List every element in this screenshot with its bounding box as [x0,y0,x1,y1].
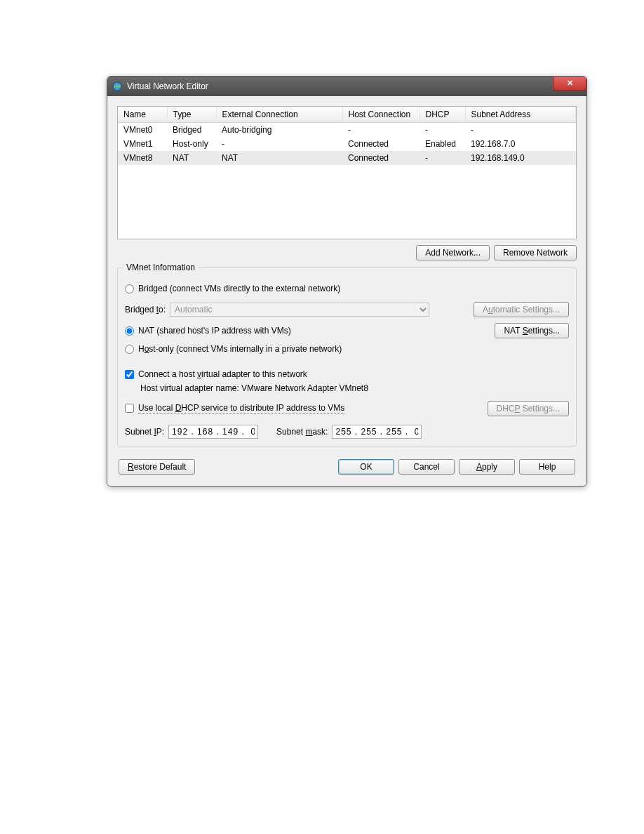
table-cell: - [216,137,342,151]
virtual-network-editor-window: Virtual Network Editor ✕ Name Type Exter… [107,76,587,486]
table-cell: 192.168.7.0 [465,137,576,151]
nat-radio[interactable] [125,326,134,336]
content-area: Name Type External Connection Host Conne… [107,96,586,486]
restore-default-button[interactable]: Restore Default [119,459,195,475]
table-cell: Connected [342,151,420,165]
table-cell: Enabled [420,137,465,151]
table-cell: NAT [216,151,342,165]
group-title: VMnet Information [123,263,198,272]
table-cell: Host-only [167,137,216,151]
table-cell: 192.168.149.0 [465,151,576,165]
dhcp-label: Use local DHCP service to distribute IP … [138,403,344,413]
table-row[interactable]: VMnet1Host-only-ConnectedEnabled192.168.… [118,137,576,151]
apply-button[interactable]: Apply [459,459,515,475]
col-subnet[interactable]: Subnet Address [465,107,576,123]
col-dhcp[interactable]: DHCP [420,107,465,123]
table-cell: - [342,123,420,138]
table-cell: - [420,123,465,138]
col-ext[interactable]: External Connection [216,107,342,123]
subnet-ip-input[interactable] [168,425,258,439]
titlebar: Virtual Network Editor ✕ [107,77,586,96]
remove-network-button[interactable]: Remove Network [494,245,577,260]
table-cell: VMnet8 [118,151,167,165]
col-type[interactable]: Type [167,107,216,123]
bridged-to-label: Bridged to: [125,305,166,315]
table-cell: Bridged [167,123,216,138]
subnet-ip-label: Subnet IP: [125,427,164,437]
table-cell: VMnet0 [118,123,167,138]
hostonly-radio[interactable] [125,345,134,354]
subnet-mask-label: Subnet mask: [276,427,328,437]
table-cell: Auto-bridging [216,123,342,138]
vmnet-information-group: VMnet Information Bridged (connect VMs d… [117,267,577,446]
help-button[interactable]: Help [519,459,575,475]
nat-settings-button[interactable]: NAT Settings... [495,323,569,338]
dhcp-checkbox[interactable] [125,404,134,413]
bridged-radio[interactable] [125,284,134,293]
add-network-button[interactable]: Add Network... [416,245,490,260]
cancel-button[interactable]: Cancel [398,459,455,475]
col-name[interactable]: Name [118,107,167,123]
connect-adapter-label: Connect a host virtual adapter to this n… [138,369,307,379]
table-buttons-row: Add Network... Remove Network [117,245,577,260]
table-cell: VMnet1 [118,137,167,151]
dhcp-settings-button: DHCP Settings... [488,401,570,416]
table-row[interactable]: VMnet8NATNATConnected-192.168.149.0 [118,151,576,165]
bridged-to-select: Automatic [170,303,429,317]
table-cell: NAT [167,151,216,165]
hostonly-label: Host-only (connect VMs internally in a p… [138,344,342,354]
automatic-settings-button: Automatic Settings... [474,302,569,317]
subnet-mask-input[interactable] [332,425,422,439]
table-cell: - [420,151,465,165]
nat-label: NAT (shared host's IP address with VMs) [138,326,291,336]
table-cell: - [465,123,576,138]
network-table-container: Name Type External Connection Host Conne… [117,106,577,239]
table-cell: Connected [342,137,420,151]
connect-adapter-checkbox[interactable] [125,370,134,379]
adapter-name-text: Host virtual adapter name: VMware Networ… [140,383,569,393]
app-icon [112,81,123,92]
ok-button[interactable]: OK [338,459,394,475]
col-host[interactable]: Host Connection [342,107,420,123]
table-row[interactable]: VMnet0BridgedAuto-bridging--- [118,123,576,138]
dialog-buttons-row: Restore Default OK Cancel Apply Help [117,459,577,476]
window-title: Virtual Network Editor [127,81,208,91]
bridged-label: Bridged (connect VMs directly to the ext… [138,284,340,293]
network-table[interactable]: Name Type External Connection Host Conne… [118,107,576,165]
close-button[interactable]: ✕ [553,77,586,91]
